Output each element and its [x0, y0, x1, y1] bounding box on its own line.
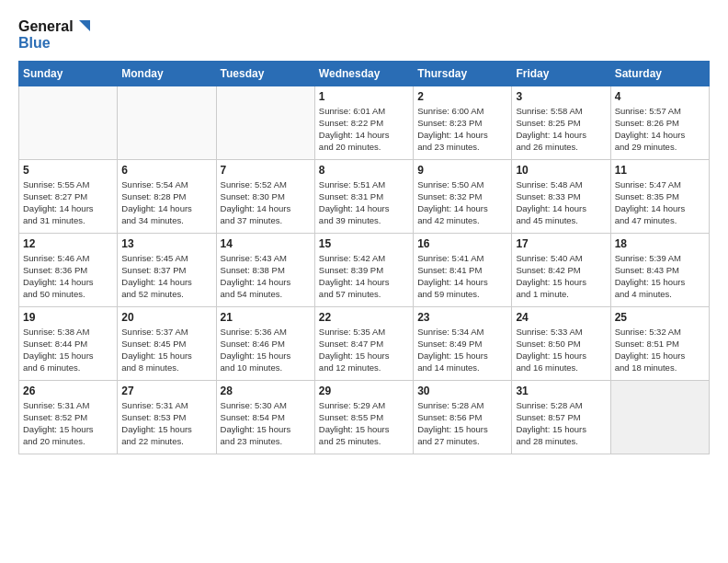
header-tuesday: Tuesday [216, 61, 314, 86]
calendar-week-row: 5Sunrise: 5:55 AM Sunset: 8:27 PM Daylig… [19, 159, 710, 233]
calendar-cell: 25Sunrise: 5:32 AM Sunset: 8:51 PM Dayli… [610, 306, 709, 380]
day-number: 18 [615, 237, 705, 250]
calendar-cell: 14Sunrise: 5:43 AM Sunset: 8:38 PM Dayli… [216, 233, 314, 306]
calendar-cell: 18Sunrise: 5:39 AM Sunset: 8:43 PM Dayli… [610, 233, 709, 306]
calendar-cell: 9Sunrise: 5:50 AM Sunset: 8:32 PM Daylig… [414, 159, 512, 233]
day-info: Sunrise: 5:45 AM Sunset: 8:37 PM Dayligh… [121, 252, 211, 301]
day-number: 20 [121, 311, 211, 324]
day-number: 21 [221, 311, 311, 324]
calendar-cell: 30Sunrise: 5:28 AM Sunset: 8:56 PM Dayli… [414, 380, 512, 454]
day-number: 8 [319, 164, 409, 177]
header-sunday: Sunday [19, 61, 118, 86]
calendar-cell: 27Sunrise: 5:31 AM Sunset: 8:53 PM Dayli… [118, 380, 216, 454]
day-number: 27 [121, 385, 211, 397]
logo-text: General Blue [18, 18, 92, 52]
day-info: Sunrise: 5:47 AM Sunset: 8:35 PM Dayligh… [615, 178, 705, 227]
day-info: Sunrise: 5:28 AM Sunset: 8:57 PM Dayligh… [516, 399, 606, 448]
day-number: 25 [615, 311, 705, 324]
day-number: 19 [23, 311, 113, 324]
logo-triangle-icon [75, 18, 92, 35]
calendar-cell: 2Sunrise: 6:00 AM Sunset: 8:23 PM Daylig… [414, 86, 512, 159]
calendar-header-row: SundayMondayTuesdayWednesdayThursdayFrid… [19, 61, 710, 86]
day-info: Sunrise: 6:00 AM Sunset: 8:23 PM Dayligh… [417, 105, 507, 154]
logo: General Blue [18, 18, 92, 52]
calendar-week-row: 26Sunrise: 5:31 AM Sunset: 8:52 PM Dayli… [19, 380, 710, 454]
calendar-cell: 17Sunrise: 5:40 AM Sunset: 8:42 PM Dayli… [512, 233, 610, 306]
day-number: 23 [417, 311, 507, 324]
calendar-cell: 22Sunrise: 5:35 AM Sunset: 8:47 PM Dayli… [314, 306, 413, 380]
logo-general: General [18, 18, 74, 35]
calendar-cell: 8Sunrise: 5:51 AM Sunset: 8:31 PM Daylig… [314, 159, 413, 233]
day-number: 28 [221, 385, 311, 397]
day-number: 1 [319, 90, 409, 103]
day-number: 9 [417, 164, 507, 177]
day-number: 30 [417, 385, 507, 397]
calendar-cell: 20Sunrise: 5:37 AM Sunset: 8:45 PM Dayli… [118, 306, 216, 380]
calendar-cell [610, 380, 709, 454]
header-monday: Monday [118, 61, 216, 86]
day-info: Sunrise: 5:54 AM Sunset: 8:28 PM Dayligh… [121, 178, 211, 227]
day-info: Sunrise: 5:40 AM Sunset: 8:42 PM Dayligh… [516, 252, 606, 301]
calendar-week-row: 19Sunrise: 5:38 AM Sunset: 8:44 PM Dayli… [19, 306, 710, 380]
calendar-cell: 23Sunrise: 5:34 AM Sunset: 8:49 PM Dayli… [414, 306, 512, 380]
calendar-week-row: 1Sunrise: 6:01 AM Sunset: 8:22 PM Daylig… [19, 86, 710, 159]
calendar-cell: 21Sunrise: 5:36 AM Sunset: 8:46 PM Dayli… [216, 306, 314, 380]
day-info: Sunrise: 5:46 AM Sunset: 8:36 PM Dayligh… [23, 252, 113, 301]
calendar-cell: 19Sunrise: 5:38 AM Sunset: 8:44 PM Dayli… [19, 306, 118, 380]
day-info: Sunrise: 5:31 AM Sunset: 8:53 PM Dayligh… [121, 399, 211, 448]
day-info: Sunrise: 5:29 AM Sunset: 8:55 PM Dayligh… [319, 399, 409, 448]
day-info: Sunrise: 5:51 AM Sunset: 8:31 PM Dayligh… [319, 178, 409, 227]
header-friday: Friday [512, 61, 610, 86]
calendar-cell: 4Sunrise: 5:57 AM Sunset: 8:26 PM Daylig… [610, 86, 709, 159]
day-info: Sunrise: 5:48 AM Sunset: 8:33 PM Dayligh… [516, 178, 606, 227]
day-info: Sunrise: 5:50 AM Sunset: 8:32 PM Dayligh… [417, 178, 507, 227]
day-number: 4 [615, 90, 705, 103]
svg-marker-0 [79, 20, 90, 31]
day-info: Sunrise: 5:41 AM Sunset: 8:41 PM Dayligh… [417, 252, 507, 301]
day-info: Sunrise: 6:01 AM Sunset: 8:22 PM Dayligh… [319, 105, 409, 154]
day-info: Sunrise: 5:52 AM Sunset: 8:30 PM Dayligh… [221, 178, 311, 227]
day-number: 14 [221, 237, 311, 250]
day-number: 13 [121, 237, 211, 250]
day-info: Sunrise: 5:55 AM Sunset: 8:27 PM Dayligh… [23, 178, 113, 227]
calendar-cell: 10Sunrise: 5:48 AM Sunset: 8:33 PM Dayli… [512, 159, 610, 233]
header-wednesday: Wednesday [314, 61, 413, 86]
calendar-week-row: 12Sunrise: 5:46 AM Sunset: 8:36 PM Dayli… [19, 233, 710, 306]
day-info: Sunrise: 5:58 AM Sunset: 8:25 PM Dayligh… [516, 105, 606, 154]
day-info: Sunrise: 5:34 AM Sunset: 8:49 PM Dayligh… [417, 326, 507, 374]
calendar-cell: 1Sunrise: 6:01 AM Sunset: 8:22 PM Daylig… [314, 86, 413, 159]
day-number: 29 [319, 385, 409, 397]
day-info: Sunrise: 5:42 AM Sunset: 8:39 PM Dayligh… [319, 252, 409, 301]
day-number: 24 [516, 311, 606, 324]
calendar-cell: 16Sunrise: 5:41 AM Sunset: 8:41 PM Dayli… [414, 233, 512, 306]
day-info: Sunrise: 5:32 AM Sunset: 8:51 PM Dayligh… [615, 326, 705, 374]
day-info: Sunrise: 5:30 AM Sunset: 8:54 PM Dayligh… [221, 399, 311, 448]
calendar-cell: 11Sunrise: 5:47 AM Sunset: 8:35 PM Dayli… [610, 159, 709, 233]
day-number: 3 [516, 90, 606, 103]
day-info: Sunrise: 5:35 AM Sunset: 8:47 PM Dayligh… [319, 326, 409, 374]
day-number: 6 [121, 164, 211, 177]
logo-blue: Blue [18, 35, 92, 52]
day-number: 17 [516, 237, 606, 250]
day-number: 7 [221, 164, 311, 177]
day-number: 2 [417, 90, 507, 103]
calendar-cell: 6Sunrise: 5:54 AM Sunset: 8:28 PM Daylig… [118, 159, 216, 233]
calendar-cell: 12Sunrise: 5:46 AM Sunset: 8:36 PM Dayli… [19, 233, 118, 306]
calendar-cell [216, 86, 314, 159]
header-thursday: Thursday [414, 61, 512, 86]
calendar-table: SundayMondayTuesdayWednesdayThursdayFrid… [18, 61, 710, 454]
calendar-cell [118, 86, 216, 159]
day-number: 26 [23, 385, 113, 397]
calendar-cell: 28Sunrise: 5:30 AM Sunset: 8:54 PM Dayli… [216, 380, 314, 454]
day-info: Sunrise: 5:57 AM Sunset: 8:26 PM Dayligh… [615, 105, 705, 154]
header-saturday: Saturday [610, 61, 709, 86]
day-number: 5 [23, 164, 113, 177]
calendar-cell: 13Sunrise: 5:45 AM Sunset: 8:37 PM Dayli… [118, 233, 216, 306]
page-header: General Blue [18, 18, 710, 52]
day-info: Sunrise: 5:39 AM Sunset: 8:43 PM Dayligh… [615, 252, 705, 301]
calendar-cell: 7Sunrise: 5:52 AM Sunset: 8:30 PM Daylig… [216, 159, 314, 233]
calendar-cell: 24Sunrise: 5:33 AM Sunset: 8:50 PM Dayli… [512, 306, 610, 380]
day-number: 12 [23, 237, 113, 250]
day-number: 16 [417, 237, 507, 250]
day-info: Sunrise: 5:33 AM Sunset: 8:50 PM Dayligh… [516, 326, 606, 374]
